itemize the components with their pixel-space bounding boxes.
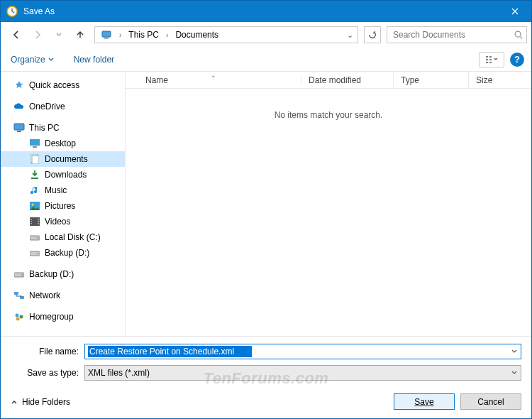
sort-indicator-icon: ⌃	[126, 75, 301, 82]
svg-rect-17	[38, 219, 39, 220]
videos-icon	[29, 216, 40, 227]
svg-rect-16	[31, 223, 32, 224]
save-as-dialog: Save As › This PC › Documents ⌄	[0, 0, 532, 419]
new-folder-label: New folder	[74, 55, 114, 65]
column-size[interactable]: Size	[469, 72, 531, 88]
column-type[interactable]: Type	[394, 72, 469, 88]
navigation-tree[interactable]: Quick access OneDrive This PC Desktop Do…	[1, 72, 126, 336]
svg-rect-1	[102, 31, 111, 37]
tree-this-pc[interactable]: This PC	[1, 120, 125, 136]
filename-input[interactable]	[88, 346, 252, 357]
search-input[interactable]	[392, 29, 514, 40]
list-header: ⌃ Name Date modified Type Size	[126, 72, 531, 89]
tree-downloads[interactable]: Downloads	[1, 167, 125, 183]
svg-point-29	[20, 315, 23, 319]
svg-rect-26	[14, 292, 18, 295]
column-date[interactable]: Date modified	[301, 72, 394, 88]
tree-network[interactable]: Network	[1, 288, 125, 303]
pc-icon	[13, 122, 25, 134]
svg-rect-10	[31, 178, 38, 179]
chevron-up-icon	[11, 398, 18, 406]
documents-icon	[29, 153, 40, 165]
drive-icon	[29, 247, 40, 259]
pictures-icon	[29, 200, 40, 212]
app-clock-icon	[6, 6, 18, 17]
search-icon	[514, 30, 523, 40]
view-options-button[interactable]	[479, 52, 504, 67]
svg-rect-9	[32, 156, 39, 164]
up-button[interactable]	[70, 25, 90, 45]
chevron-down-icon[interactable]: ⌄	[344, 31, 356, 40]
breadcrumb-documents[interactable]: Documents	[171, 27, 223, 43]
tree-desktop[interactable]: Desktop	[1, 136, 125, 151]
desktop-icon	[29, 138, 40, 149]
chevron-right-icon[interactable]: ›	[116, 31, 124, 39]
svg-rect-4	[14, 124, 24, 130]
filename-combobox[interactable]	[84, 344, 521, 359]
filename-label: File name:	[11, 347, 84, 357]
help-button[interactable]: ?	[510, 53, 524, 67]
filetype-label: Save as type:	[11, 368, 84, 378]
svg-rect-7	[33, 146, 37, 148]
download-icon	[29, 169, 40, 180]
cloud-icon	[13, 101, 25, 112]
network-icon	[13, 290, 25, 301]
file-list: ⌃ Name Date modified Type Size No items …	[126, 72, 531, 336]
chevron-right-icon[interactable]: ›	[163, 31, 171, 39]
chevron-down-icon	[48, 57, 54, 62]
drive-icon	[29, 232, 40, 243]
organize-label: Organize	[11, 55, 45, 65]
svg-point-28	[16, 314, 19, 317]
new-folder-button[interactable]: New folder	[71, 50, 117, 69]
tree-local-disk[interactable]: Local Disk (C:)	[1, 229, 125, 245]
chevron-down-icon[interactable]	[511, 348, 518, 355]
music-icon	[29, 185, 40, 196]
refresh-button[interactable]	[364, 26, 381, 43]
tree-music[interactable]: Music	[1, 183, 125, 198]
organize-menu[interactable]: Organize	[8, 50, 57, 69]
save-button[interactable]: Save	[394, 393, 455, 410]
tree-onedrive[interactable]: OneDrive	[1, 99, 125, 114]
filetype-value: XML files (*.xml)	[88, 368, 150, 378]
svg-point-21	[37, 237, 38, 239]
command-bar: Organize New folder ?	[1, 48, 531, 72]
breadcrumb-this-pc[interactable]: This PC	[124, 27, 163, 43]
close-button[interactable]	[499, 1, 531, 22]
tree-videos[interactable]: Videos	[1, 214, 125, 229]
svg-point-30	[16, 317, 20, 321]
svg-rect-15	[31, 221, 32, 222]
svg-rect-19	[38, 223, 39, 224]
tree-homegroup[interactable]: Homegroup	[1, 309, 125, 325]
svg-rect-2	[104, 38, 109, 39]
svg-point-23	[37, 253, 38, 254]
star-icon	[13, 80, 25, 91]
forward-button[interactable]	[28, 25, 48, 45]
tree-documents[interactable]: Documents	[1, 151, 125, 167]
cancel-button[interactable]: Cancel	[460, 393, 521, 410]
explorer-body: Quick access OneDrive This PC Desktop Do…	[1, 72, 531, 336]
tree-quick-access[interactable]: Quick access	[1, 77, 125, 93]
bottom-panel: File name: Save as type: XML files (*.xm…	[1, 336, 531, 418]
svg-rect-14	[31, 219, 32, 220]
hide-folders-button[interactable]: Hide Folders	[11, 397, 70, 407]
drive-icon	[13, 268, 25, 280]
nav-row: › This PC › Documents ⌄	[1, 22, 531, 48]
tree-pictures[interactable]: Pictures	[1, 198, 125, 214]
tree-backup-d[interactable]: Backup (D:)	[1, 245, 125, 261]
search-box[interactable]	[387, 26, 527, 43]
svg-rect-27	[20, 296, 24, 299]
svg-point-25	[21, 274, 23, 276]
svg-rect-6	[30, 139, 40, 146]
svg-point-3	[515, 31, 521, 37]
tree-backup-d-2[interactable]: Backup (D:)	[1, 266, 125, 282]
window-title: Save As	[23, 6, 55, 16]
homegroup-icon	[13, 311, 25, 322]
address-bar[interactable]: › This PC › Documents ⌄	[94, 26, 358, 43]
svg-point-12	[32, 204, 34, 206]
empty-list-message: No items match your search.	[126, 89, 531, 336]
filetype-dropdown[interactable]: XML files (*.xml)	[84, 365, 521, 381]
breadcrumb-pc-icon[interactable]	[96, 27, 116, 43]
svg-rect-5	[17, 131, 21, 132]
recent-dropdown-icon[interactable]	[49, 25, 69, 45]
back-button[interactable]	[6, 25, 26, 45]
